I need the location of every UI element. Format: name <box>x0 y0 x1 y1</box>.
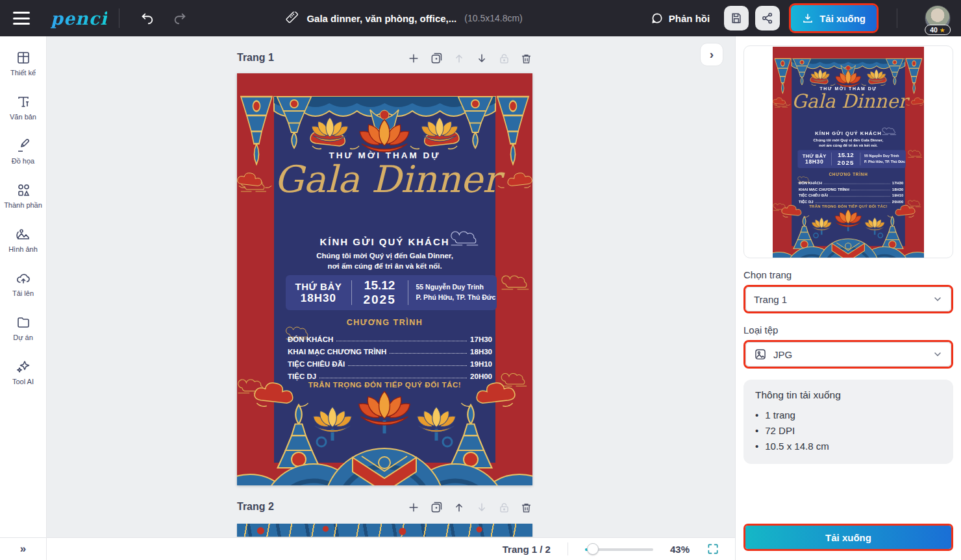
schedule-row: ĐÓN KHÁCH17H30 <box>799 178 903 185</box>
credits-count: 40 <box>930 26 938 34</box>
file-type-dropdown[interactable]: JPG <box>745 342 951 367</box>
poster-greeting: KÍNH GỬI QUÝ KHÁCH <box>274 236 495 247</box>
top-bar: penci Gala dinner, văn phòng, office,...… <box>0 0 961 36</box>
fullscreen-icon[interactable] <box>706 542 719 555</box>
poster-program-title: CHƯƠNG TRÌNH <box>274 318 495 327</box>
page-thumbnail-holder: THƯ MỜI THAM DỰ Gala Dinner KÍNH GỬI QUÝ… <box>773 47 924 258</box>
download-info-title: Thông tin tải xuống <box>755 389 942 401</box>
cloud-upload-icon <box>16 271 31 286</box>
sidebar-item-images[interactable]: Hình ảnh <box>0 218 46 262</box>
download-label: Tải xuống <box>819 13 866 24</box>
share-icon <box>761 12 774 25</box>
page-thumbnail-poster: THƯ MỜI THAM DỰ Gala Dinner KÍNH GỬI QUÝ… <box>773 47 924 258</box>
lock-page-icon[interactable] <box>498 501 510 514</box>
duplicate-page-icon[interactable] <box>430 501 443 514</box>
delete-page-icon[interactable] <box>520 501 532 514</box>
save-icon <box>730 12 743 25</box>
divider <box>568 542 568 555</box>
download-cta-button[interactable]: Tải xuống <box>745 526 951 549</box>
schedule-row: TIỆC DJ20H00 <box>799 197 903 204</box>
download-info-box: Thông tin tải xuống 1 trang 72 DPI 10.5 … <box>743 380 953 464</box>
redo-icon[interactable] <box>173 11 187 25</box>
page2-label: Trang 2 <box>237 501 274 513</box>
credits-badge: 40 ★ <box>925 25 951 35</box>
page-select-value: Trang 1 <box>754 294 787 305</box>
page1-header: Trang 1 <box>237 52 532 73</box>
poster-schedule: ĐÓN KHÁCH17H30 KHAI MẠC CHƯƠNG TRÌNH18H3… <box>799 178 903 204</box>
zoom-slider[interactable] <box>585 543 653 555</box>
poster-intro: Chúng tôi mời Quý vị đến Gala Dinner, nơ… <box>274 251 495 271</box>
user-avatar[interactable]: 40 ★ <box>925 5 951 31</box>
add-page-icon[interactable] <box>407 52 420 65</box>
move-page-down-icon[interactable] <box>475 52 488 65</box>
divider <box>897 8 897 28</box>
sidebar-item-graphics[interactable]: Đồ họa <box>0 130 46 174</box>
move-page-up-icon[interactable] <box>453 52 466 65</box>
shapes-icon <box>16 182 31 198</box>
sidebar-item-text[interactable]: Văn bản <box>0 86 46 130</box>
text-icon <box>16 94 31 110</box>
poster-program-title: CHƯƠNG TRÌNH <box>792 172 905 177</box>
chevron-down-icon <box>932 349 943 359</box>
page2-header: Trang 2 <box>237 501 532 522</box>
download-icon <box>802 12 814 24</box>
status-bar: Trang 1 / 2 43% <box>47 537 735 560</box>
image-file-icon <box>754 348 767 361</box>
zoom-level: 43% <box>670 544 690 555</box>
lock-page-icon[interactable] <box>498 52 510 65</box>
chat-icon <box>651 12 664 25</box>
chevron-down-icon <box>932 294 943 304</box>
schedule-row: KHAI MẠC CHƯƠNG TRÌNH18H30 <box>799 184 903 191</box>
pen-icon <box>16 138 31 154</box>
left-sidebar: Thiết kế Văn bản Đồ họa Thành phần Hình … <box>0 36 47 560</box>
schedule-row: TIỆC CHIÊU ĐÃI19H10 <box>288 356 492 368</box>
sidebar-item-ai-tools[interactable]: Tool AI <box>0 350 46 395</box>
page1-label: Trang 1 <box>237 52 274 64</box>
page2-poster-preview[interactable] <box>237 524 532 537</box>
page1-poster: THƯ MỜI THAM DỰ Gala Dinner KÍNH GỬI QUÝ… <box>773 47 924 258</box>
share-button[interactable] <box>755 6 780 30</box>
poster-greeting: KÍNH GỬI QUÝ KHÁCH <box>792 130 905 136</box>
info-item: 1 trang <box>755 408 942 423</box>
add-page-icon[interactable] <box>407 501 420 514</box>
delete-page-icon[interactable] <box>520 52 532 65</box>
poster-intro: Chúng tôi mời Quý vị đến Gala Dinner, nơ… <box>792 138 905 148</box>
sidebar-item-upload[interactable]: Tải lên <box>0 262 46 306</box>
schedule-row: KHAI MẠC CHƯƠNG TRÌNH18H30 <box>288 343 492 356</box>
file-type-label: Loại tệp <box>743 324 953 335</box>
collapse-panel-button[interactable]: › <box>700 43 723 66</box>
download-annotation: Tải xuống <box>789 3 879 33</box>
layout-grid-icon <box>16 50 31 66</box>
download-button[interactable]: Tải xuống <box>791 5 877 31</box>
app-logo[interactable]: penci <box>51 8 107 29</box>
save-button[interactable] <box>724 6 749 30</box>
poster-event-info: THỨ BẢY 18H30 15.12 2025 55 Nguyễn Duy T… <box>797 150 905 168</box>
page-thumbnail-card: THƯ MỜI THAM DỰ Gala Dinner KÍNH GỬI QUÝ… <box>743 45 953 258</box>
download-cta-label: Tải xuống <box>825 532 871 543</box>
sidebar-item-projects[interactable]: Dự án <box>0 306 46 350</box>
image-icon <box>16 226 31 242</box>
poster-closing: TRÂN TRỌNG ĐÓN TIẾP QUÝ ĐỐI TÁC! <box>792 204 905 208</box>
canvas-area: › Trang 1 <box>47 36 735 560</box>
feedback-button[interactable]: Phản hồi <box>651 12 710 25</box>
page-indicator: Trang 1 / 2 <box>503 544 551 555</box>
info-item: 10.5 x 14.8 cm <box>755 439 942 454</box>
poster-title: Gala Dinner <box>792 90 905 112</box>
menu-icon[interactable] <box>13 12 30 25</box>
move-page-up-icon[interactable] <box>453 501 466 514</box>
sidebar-item-components[interactable]: Thành phần <box>0 174 46 218</box>
folder-icon <box>16 315 31 330</box>
sidebar-item-design[interactable]: Thiết kế <box>0 42 46 86</box>
move-page-down-icon[interactable] <box>475 501 488 514</box>
undo-icon[interactable] <box>140 11 155 25</box>
page-select-dropdown[interactable]: Trang 1 <box>745 287 951 311</box>
duplicate-page-icon[interactable] <box>430 52 443 65</box>
download-panel: THƯ MỜI THAM DỰ Gala Dinner KÍNH GỬI QUÝ… <box>735 36 961 560</box>
poster-schedule: ĐÓN KHÁCH17H30 KHAI MẠC CHƯƠNG TRÌNH18H3… <box>288 331 492 380</box>
page1-poster[interactable]: THƯ MỜI THAM DỰ Gala Dinner KÍNH GỬI QUÝ… <box>237 73 532 485</box>
zoom-slider-handle[interactable] <box>587 543 599 555</box>
expand-sidebar-button[interactable]: » <box>0 537 46 560</box>
star-icon: ★ <box>940 27 945 34</box>
schedule-row: ĐÓN KHÁCH17H30 <box>288 331 492 343</box>
document-title[interactable]: Gala dinner, văn phòng, office,... <box>306 13 456 24</box>
